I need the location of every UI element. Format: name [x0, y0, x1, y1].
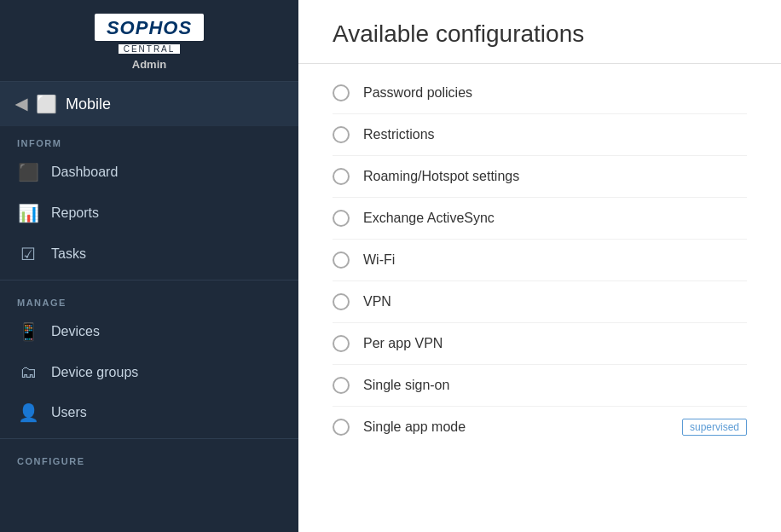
section-label-manage: MANAGE — [0, 286, 298, 311]
users-icon: 👤 — [17, 402, 39, 423]
config-item-wifi: Wi-Fi — [333, 240, 747, 281]
config-item-restrictions: Restrictions — [333, 114, 747, 156]
central-label: CENTRAL — [118, 43, 182, 55]
config-label-per-app-vpn: Per app VPN — [363, 336, 747, 351]
radio-exchange-activesync[interactable] — [333, 210, 350, 227]
section-label-inform: INFORM — [0, 126, 298, 152]
dashboard-icon: ⬛ — [17, 162, 39, 182]
config-item-roaming-hotspot: Roaming/Hotspot settings — [333, 156, 747, 198]
sidebar-item-label-tasks: Tasks — [51, 246, 86, 262]
config-item-per-app-vpn: Per app VPN — [333, 323, 747, 365]
radio-single-app-mode[interactable] — [333, 419, 350, 436]
config-item-single-app-mode: Single app modesupervised — [333, 407, 747, 448]
radio-roaming-hotspot[interactable] — [333, 168, 350, 185]
logo-text: SOPHOS — [107, 17, 192, 38]
sidebar: SOPHOS CENTRAL Admin ◀ ⬜ Mobile INFORM ⬛… — [0, 0, 298, 532]
radio-vpn[interactable] — [333, 293, 350, 310]
reports-icon: 📊 — [17, 203, 39, 223]
back-arrow-icon[interactable]: ◀ — [15, 95, 27, 113]
config-label-wifi: Wi-Fi — [363, 252, 747, 268]
device-groups-icon: 🗂 — [17, 362, 39, 382]
radio-wifi[interactable] — [333, 252, 350, 269]
sidebar-divider-2 — [0, 438, 298, 439]
admin-label: Admin — [132, 58, 166, 71]
sidebar-item-reports[interactable]: 📊 Reports — [0, 193, 298, 234]
logo-area: SOPHOS CENTRAL Admin — [0, 0, 298, 82]
sidebar-item-tasks[interactable]: ☑ Tasks — [0, 234, 298, 275]
logo-box: SOPHOS — [95, 14, 204, 41]
mobile-label: Mobile — [66, 95, 111, 113]
sidebar-item-dashboard[interactable]: ⬛ Dashboard — [0, 152, 298, 193]
config-item-password-policies: Password policies — [333, 72, 747, 114]
mobile-icon: ⬜ — [36, 94, 57, 114]
section-label-configure: CONFIGURE — [0, 444, 298, 470]
main-content: Available configurations Password polici… — [298, 0, 781, 532]
config-item-exchange-activesync: Exchange ActiveSync — [333, 198, 747, 240]
supervised-badge: supervised — [682, 419, 747, 436]
main-header: Available configurations — [298, 0, 781, 64]
sidebar-item-label-users: Users — [51, 405, 87, 420]
sidebar-item-label-dashboard: Dashboard — [51, 165, 118, 180]
config-label-single-sign-on: Single sign-on — [363, 378, 747, 393]
config-label-exchange-activesync: Exchange ActiveSync — [363, 211, 747, 226]
sidebar-item-device-groups[interactable]: 🗂 Device groups — [0, 352, 298, 392]
config-label-roaming-hotspot: Roaming/Hotspot settings — [363, 169, 747, 184]
page-title: Available configurations — [333, 20, 747, 48]
sidebar-item-label-device-groups: Device groups — [51, 365, 138, 380]
radio-single-sign-on[interactable] — [333, 377, 350, 394]
config-label-password-policies: Password policies — [363, 85, 747, 101]
tasks-icon: ☑ — [17, 244, 39, 264]
radio-password-policies[interactable] — [333, 84, 350, 101]
config-label-single-app-mode: Single app mode — [363, 419, 668, 435]
config-label-restrictions: Restrictions — [363, 127, 747, 142]
sidebar-item-label-reports: Reports — [51, 205, 99, 221]
config-list: Password policiesRestrictionsRoaming/Hot… — [298, 64, 781, 456]
radio-per-app-vpn[interactable] — [333, 335, 350, 352]
config-item-single-sign-on: Single sign-on — [333, 365, 747, 407]
radio-restrictions[interactable] — [333, 126, 350, 143]
sidebar-divider-1 — [0, 280, 298, 280]
sidebar-item-devices[interactable]: 📱 Devices — [0, 311, 298, 352]
sidebar-item-users[interactable]: 👤 Users — [0, 392, 298, 433]
sidebar-item-label-devices: Devices — [51, 324, 100, 339]
devices-icon: 📱 — [17, 321, 39, 342]
config-item-vpn: VPN — [333, 281, 747, 323]
mobile-nav-header[interactable]: ◀ ⬜ Mobile — [0, 82, 298, 126]
config-label-vpn: VPN — [363, 294, 747, 309]
